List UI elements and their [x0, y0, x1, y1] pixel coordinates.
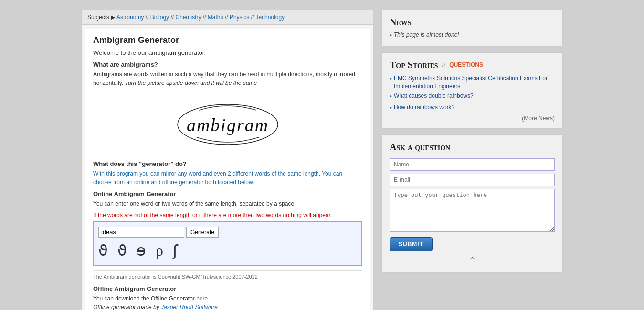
email-input[interactable] — [390, 174, 555, 186]
news-item-text: This page is almost done! — [394, 31, 459, 38]
breadcrumb-link-physics[interactable]: Physics — [230, 14, 249, 21]
question-textarea[interactable] — [390, 189, 555, 232]
more-news-link[interactable]: (More News) — [522, 115, 555, 122]
story-bullet-2: • — [390, 92, 392, 102]
generate-button[interactable]: Generate — [186, 227, 219, 238]
story-item-3: • How do rainbows work? — [390, 103, 555, 113]
sep1: // — [146, 14, 150, 21]
top-stories-box: Top Stories // questions • EMC Symmetrix… — [381, 52, 563, 129]
what-does-text: With this program you can mirror any wor… — [93, 169, 362, 186]
breadcrumb: Subjects ▶ Astronomy // Biology // Chemi… — [82, 10, 373, 25]
breadcrumb-link-maths[interactable]: Maths — [208, 14, 223, 21]
offline-credit-link[interactable]: Jasper Ruoff Software — [161, 304, 218, 310]
ask-question-box: Ask a question Submit ⌃ — [381, 134, 563, 273]
welcome-text: Welcome to the our ambigram generator. — [93, 49, 362, 56]
more-news: (More News) — [390, 115, 555, 122]
what-are-heading: What are ambigrams? — [93, 61, 362, 68]
italic-text: Turn the picture upside-down and it will… — [125, 80, 257, 86]
stories-sep: // — [442, 61, 446, 69]
copyright-text: The Ambigram generator is Copyright SW-G… — [93, 270, 362, 279]
online-heading: Online Ambigram Generator — [93, 190, 362, 197]
offline-link[interactable]: here — [196, 295, 208, 302]
page-title: Ambigram Generator — [93, 35, 362, 45]
story-bullet-1: • — [390, 74, 392, 84]
breadcrumb-link-technology[interactable]: Technology — [255, 14, 285, 21]
ask-title: Ask a question — [390, 142, 555, 153]
generator-box: Generate ϑ ϑ ɘ ρ ʃ — [93, 221, 362, 266]
sep3: // — [203, 14, 208, 21]
questions-link[interactable]: questions — [449, 62, 483, 68]
word-input[interactable] — [98, 227, 184, 238]
svg-text:ambigram: ambigram — [186, 115, 268, 135]
story-link-1[interactable]: EMC Symmetrix Solutions Specialist Certi… — [394, 74, 555, 91]
story-link-2[interactable]: What causes double rainbows? — [394, 92, 474, 100]
submit-button[interactable]: Submit — [390, 237, 433, 251]
story-item-1: • EMC Symmetrix Solutions Specialist Cer… — [390, 74, 555, 91]
breadcrumb-link-chemistry[interactable]: Chemistry — [175, 14, 201, 21]
news-item: • This page is almost done! — [390, 31, 555, 40]
news-title: News — [390, 17, 555, 28]
top-stories-title: Top Stories — [390, 60, 438, 71]
what-are-text: Ambigrams are words written in such a wa… — [93, 70, 362, 87]
ambigram-image: ambigram — [93, 97, 362, 151]
news-bullet: • — [390, 31, 392, 40]
story-item-2: • What causes double rainbows? — [390, 92, 555, 102]
right-sidebar: News • This page is almost done! Top Sto… — [381, 10, 563, 310]
name-input[interactable] — [390, 158, 555, 171]
sep5: // — [251, 14, 256, 21]
online-desc1: You can enter one word or two words of t… — [93, 199, 362, 208]
breadcrumb-link-astronomy[interactable]: Astronomy — [116, 14, 144, 21]
story-bullet-3: • — [390, 103, 392, 113]
news-box: News • This page is almost done! — [381, 10, 563, 47]
online-desc2: If the words are not of the same length … — [93, 212, 362, 218]
breadcrumb-subjects: Subjects — [87, 14, 109, 21]
offline-desc: You can download the Offline Generator h… — [93, 294, 362, 310]
what-does-heading: What does this "generator" do? — [93, 160, 362, 167]
collapse-icon[interactable]: ⌃ — [469, 255, 476, 266]
offline-heading: Offline Ambigram Generator — [93, 285, 362, 292]
breadcrumb-link-biology[interactable]: Biology — [150, 14, 169, 21]
story-link-3[interactable]: How do rainbows work? — [394, 103, 454, 112]
sep4: // — [225, 14, 230, 21]
sep2: // — [170, 14, 175, 21]
ambigram-output: ϑ ϑ ɘ ρ ʃ — [98, 241, 357, 260]
breadcrumb-arrow: ▶ — [111, 14, 116, 21]
